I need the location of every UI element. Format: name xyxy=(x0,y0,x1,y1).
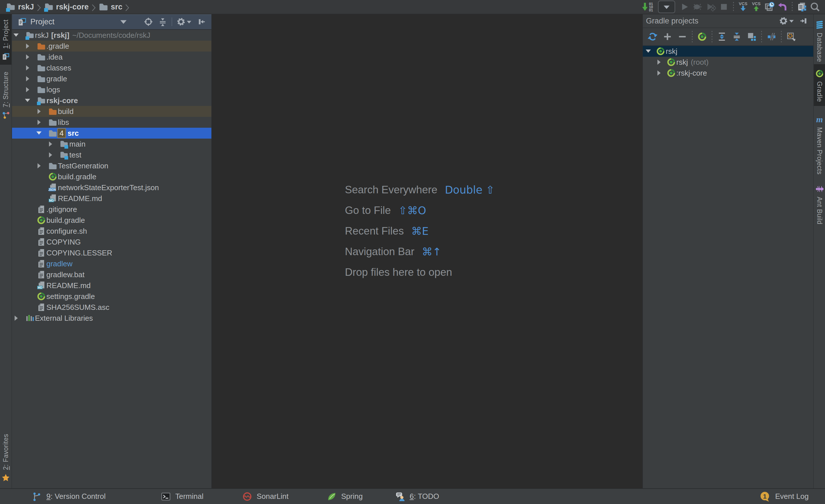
statusbar-sonarlint[interactable]: SonarLint xyxy=(242,492,289,501)
tree-item-test[interactable]: test xyxy=(12,150,211,160)
expander-right-icon[interactable] xyxy=(23,65,37,71)
expander-down-icon[interactable] xyxy=(23,97,37,104)
tree-item-README.md[interactable]: README.md xyxy=(12,280,211,291)
editor-shortcut-hints: Search EverywhereDouble ⇧Go to File⇧⌘ORe… xyxy=(345,180,495,283)
tree-item-COPYING[interactable]: COPYING xyxy=(12,237,211,247)
expander-down-icon[interactable] xyxy=(12,32,25,39)
tool-window-button-maven-projects[interactable]: Maven Projects xyxy=(814,110,825,179)
expand-all-button[interactable] xyxy=(715,32,729,41)
statusbar-item-label: 9: Version Control xyxy=(47,492,106,501)
project-view-combo-caret[interactable] xyxy=(120,19,127,25)
expander-down-icon[interactable] xyxy=(644,48,656,55)
refresh-gradle-projects-button[interactable] xyxy=(645,32,660,41)
expander-right-icon[interactable] xyxy=(23,43,37,50)
tree-item-rskj[interactable]: rskj xyxy=(643,46,813,57)
run-with-coverage-button[interactable] xyxy=(704,0,717,14)
statusbar-todo[interactable]: 6: TODO xyxy=(395,492,439,501)
expander-right-icon[interactable] xyxy=(12,315,25,322)
tree-item-src[interactable]: 4src xyxy=(12,128,211,139)
tree-item-logs[interactable]: logs xyxy=(12,84,211,95)
breadcrumb-rskJ[interactable]: rskJ xyxy=(6,2,34,12)
expander-right-icon[interactable] xyxy=(23,75,37,82)
tree-item-TestGeneration[interactable]: TestGeneration xyxy=(12,160,211,171)
tool-window-button-favorites[interactable]: 2: Favorites xyxy=(0,429,11,486)
tool-window-button-structure[interactable]: 7: Structure xyxy=(0,67,11,123)
expander-right-icon[interactable] xyxy=(655,70,667,76)
project-structure-button[interactable] xyxy=(795,0,808,14)
statusbar-terminal[interactable]: Terminal xyxy=(161,492,203,501)
tree-item-rskJ[rskj]~/Documents/code/rskJ[interactable]: rskJ[rskj]~/Documents/code/rskJ xyxy=(12,30,211,41)
update-project-vcs-button[interactable] xyxy=(737,0,750,14)
expander-down-icon[interactable] xyxy=(35,130,48,137)
breadcrumb-rskj-core[interactable]: rskj-core xyxy=(44,2,89,12)
collapse-all-button[interactable] xyxy=(156,17,170,26)
tree-item-libs[interactable]: libs xyxy=(12,117,211,128)
terminal-icon xyxy=(161,492,171,501)
breadcrumb-src[interactable]: src xyxy=(98,2,123,12)
commit-changes-vcs-button[interactable] xyxy=(750,0,763,14)
expander-right-icon[interactable] xyxy=(23,54,37,61)
tree-item-:rskj-core[interactable]: :rskj-core xyxy=(643,68,813,78)
tool-window-button-gradle[interactable]: Gradle xyxy=(814,64,825,106)
tree-item-External Libraries[interactable]: External Libraries xyxy=(12,313,211,324)
tool-window-button-project[interactable]: 1: Project xyxy=(0,14,11,65)
statusbar-spring[interactable]: Spring xyxy=(327,492,363,501)
expander-right-icon[interactable] xyxy=(47,141,60,148)
tree-item-build.gradle[interactable]: build.gradle xyxy=(12,215,211,226)
run-button[interactable] xyxy=(678,0,691,14)
search-everywhere-button[interactable] xyxy=(808,0,822,14)
caret-down-icon xyxy=(789,19,794,23)
tree-item-configure.sh[interactable]: configure.sh xyxy=(12,226,211,237)
detach-gradle-project-button[interactable] xyxy=(675,32,690,41)
toggle-offline-mode-button[interactable] xyxy=(764,32,779,41)
tree-item-settings.gradle[interactable]: settings.gradle xyxy=(12,291,211,302)
tree-item-gradlew.bat[interactable]: gradlew.bat xyxy=(12,269,211,280)
statusbar-version-control[interactable]: 9: Version Control xyxy=(32,492,106,501)
tree-item-.gradle[interactable]: .gradle xyxy=(12,41,211,52)
debug-button[interactable] xyxy=(691,0,704,14)
tree-item-gradle[interactable]: gradle xyxy=(12,73,211,84)
tree-item-rskj (root)[interactable]: rskj (root) xyxy=(643,57,813,68)
tree-item-SHA256SUMS.asc[interactable]: SHA256SUMS.asc xyxy=(12,302,211,313)
show-run-configurations-button[interactable] xyxy=(744,32,759,41)
tree-item-rskj-core[interactable]: rskj-core xyxy=(12,95,211,106)
history-icon xyxy=(764,2,774,12)
hide-panel-button[interactable] xyxy=(194,17,209,26)
update-application-button[interactable] xyxy=(640,0,656,14)
expander-right-icon[interactable] xyxy=(35,108,48,115)
hide-right-icon xyxy=(799,16,808,25)
tree-item-build[interactable]: build xyxy=(12,106,211,117)
statusbar-event-log[interactable]: Event Log xyxy=(760,491,809,502)
gradle-settings-button[interactable] xyxy=(784,32,799,41)
rollback-button[interactable] xyxy=(776,0,789,14)
tree-item-build.gradle[interactable]: build.gradle xyxy=(12,171,211,182)
view-options-button[interactable] xyxy=(776,16,797,25)
tree-item-label: rskj xyxy=(666,47,677,56)
stop-button[interactable] xyxy=(717,0,731,14)
tree-item-README.md[interactable]: README.md xyxy=(12,193,211,204)
expander-right-icon[interactable] xyxy=(35,119,48,126)
file-icon xyxy=(37,259,46,268)
execute-gradle-task-button[interactable] xyxy=(695,32,709,41)
expander-right-icon[interactable] xyxy=(23,86,37,93)
view-options-button[interactable] xyxy=(174,17,194,26)
tool-window-button-database[interactable]: Database xyxy=(814,15,825,66)
tree-item-networkStateExporterTest.json[interactable]: networkStateExporterTest.json xyxy=(12,182,211,193)
tree-item-.idea[interactable]: .idea xyxy=(12,52,211,63)
run-configuration-combo[interactable] xyxy=(658,1,675,13)
locate-file-button[interactable] xyxy=(141,17,156,26)
collapse-all-button[interactable] xyxy=(729,32,744,41)
hide-panel-button[interactable] xyxy=(797,16,811,25)
tool-window-button-ant-build[interactable]: Ant Build xyxy=(814,180,825,229)
attach-gradle-project-button[interactable] xyxy=(660,32,675,41)
expander-right-icon[interactable] xyxy=(655,59,667,66)
tree-item-classes[interactable]: classes xyxy=(12,63,211,73)
tree-item-.gitignore[interactable]: .gitignore xyxy=(12,204,211,215)
recent-changes-button[interactable] xyxy=(763,0,776,14)
tree-item-main[interactable]: main xyxy=(12,139,211,150)
tree-item-gradlew[interactable]: gradlew xyxy=(12,258,211,269)
expander-right-icon[interactable] xyxy=(35,162,48,169)
tree-item-COPYING.LESSER[interactable]: COPYING.LESSER xyxy=(12,247,211,258)
project-tool-window-header[interactable]: Project xyxy=(12,14,211,30)
expander-right-icon[interactable] xyxy=(47,152,60,158)
